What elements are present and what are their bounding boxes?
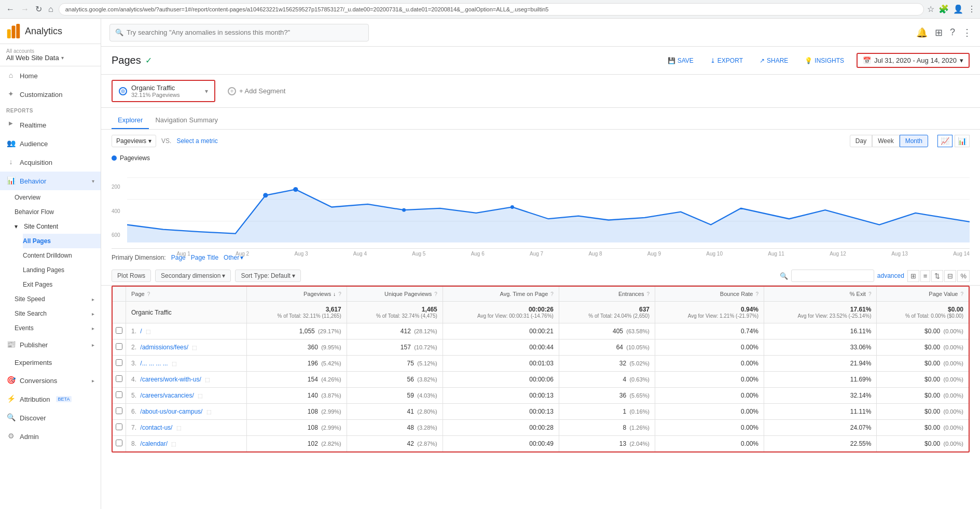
week-button[interactable]: Week: [872, 135, 899, 147]
th-page-value[interactable]: Page Value ?: [877, 287, 969, 302]
add-segment-button[interactable]: + + Add Segment: [222, 84, 292, 98]
bookmark-icon[interactable]: ☆: [927, 4, 934, 14]
entrances-info-icon[interactable]: ?: [646, 291, 650, 297]
help-icon[interactable]: ?: [950, 27, 955, 38]
row-checkbox[interactable]: [116, 359, 122, 366]
search-box[interactable]: 🔍: [109, 24, 369, 41]
sidebar-item-audience[interactable]: 👥 Audience: [0, 134, 101, 153]
page-link[interactable]: /calendar/: [140, 440, 168, 447]
apps-grid-icon[interactable]: ⊞: [935, 27, 943, 38]
account-icon[interactable]: 👤: [953, 4, 963, 14]
tab-explorer[interactable]: Explorer: [112, 112, 149, 129]
sidebar-item-realtime[interactable]: ▶ Realtime: [0, 116, 101, 134]
sort-type-button[interactable]: Sort Type: Default ▾: [235, 270, 301, 282]
sidebar-item-publisher[interactable]: 📰 Publisher ▸: [0, 335, 101, 354]
date-range-selector[interactable]: 📅 Jul 31, 2020 - Aug 14, 2020 ▾: [857, 53, 970, 68]
page-link[interactable]: /careers/vacancies/: [140, 392, 194, 399]
external-link-icon[interactable]: ⬚: [198, 393, 202, 399]
row-checkbox[interactable]: [116, 375, 122, 382]
external-link-icon[interactable]: ⬚: [171, 441, 176, 447]
sidebar-item-site-content[interactable]: ▾ Site Content: [15, 219, 101, 234]
sidebar-item-acquisition[interactable]: ↓ Acquisition: [0, 153, 101, 172]
extension-icon[interactable]: 🧩: [938, 4, 949, 14]
th-bounce-rate[interactable]: Bounce Rate ?: [655, 287, 764, 302]
row-checkbox[interactable]: [116, 327, 122, 334]
external-link-icon[interactable]: ⬚: [172, 361, 176, 366]
secondary-dimension-button[interactable]: Secondary dimension ▾: [155, 270, 231, 282]
forward-button[interactable]: →: [19, 3, 31, 15]
insights-button[interactable]: 💡 INSIGHTS: [800, 55, 848, 66]
row-checkbox[interactable]: [116, 440, 122, 446]
list-view-icon[interactable]: ≡: [920, 270, 931, 282]
sidebar-item-discover[interactable]: 🔍 Discover: [0, 408, 101, 427]
external-link-icon[interactable]: ⬚: [176, 425, 181, 431]
sidebar-item-all-pages[interactable]: All Pages: [23, 234, 101, 248]
table-search-input[interactable]: [791, 270, 874, 282]
line-chart-icon[interactable]: 📈: [937, 135, 953, 147]
sidebar-item-behavior[interactable]: 📊 Behavior ▾: [0, 172, 101, 190]
external-link-icon[interactable]: ⬚: [205, 377, 210, 383]
row-checkbox[interactable]: [116, 343, 122, 350]
save-button[interactable]: 💾 SAVE: [664, 55, 698, 66]
notification-icon[interactable]: 🔔: [916, 27, 928, 38]
page-link[interactable]: /contact-us/: [140, 424, 172, 431]
avg-time-info-icon[interactable]: ?: [550, 291, 554, 297]
unique-info-icon[interactable]: ?: [434, 291, 437, 297]
sidebar-item-overview[interactable]: Overview: [15, 190, 101, 205]
sidebar-item-content-drilldown[interactable]: Content Drilldown: [23, 248, 101, 263]
sidebar-item-customization[interactable]: ✦ Customization: [0, 85, 101, 104]
bar-chart-icon[interactable]: 📊: [955, 135, 970, 147]
tab-navigation-summary[interactable]: Navigation Summary: [149, 112, 224, 129]
sidebar-item-conversions[interactable]: 🎯 Conversions ▸: [0, 371, 101, 390]
external-link-icon[interactable]: ⬚: [192, 345, 197, 350]
plot-rows-button[interactable]: Plot Rows: [112, 270, 151, 282]
page-link[interactable]: /... ... ... ...: [140, 360, 168, 367]
sidebar-item-attribution[interactable]: ⚡ Attribution BETA: [0, 390, 101, 408]
th-pct-exit[interactable]: % Exit ?: [764, 287, 877, 302]
grid-view-icon[interactable]: ⊞: [907, 270, 919, 282]
sidebar-item-experiments[interactable]: Experiments: [0, 354, 101, 371]
value-info-icon[interactable]: ?: [960, 291, 963, 297]
page-link[interactable]: /: [140, 328, 142, 335]
account-selector[interactable]: All accounts All Web Site Data ▾: [0, 44, 101, 66]
row-checkbox[interactable]: [116, 407, 122, 414]
external-link-icon[interactable]: ⬚: [146, 329, 150, 334]
sort-view-icon[interactable]: ⇅: [931, 270, 943, 282]
menu-icon[interactable]: ⋮: [968, 4, 976, 14]
advanced-link[interactable]: advanced: [877, 272, 904, 279]
page-link[interactable]: /admissions/fees/: [140, 344, 188, 351]
metric-selector[interactable]: Pageviews ▾: [112, 135, 156, 147]
th-pageviews[interactable]: Pageviews ↓ ?: [247, 287, 347, 302]
th-unique-pageviews[interactable]: Unique Pageviews ?: [347, 287, 443, 302]
th-avg-time[interactable]: Avg. Time on Page ?: [443, 287, 559, 302]
home-button[interactable]: ⌂: [46, 3, 56, 15]
segment-dropdown-icon[interactable]: ▾: [205, 88, 208, 95]
sidebar-item-home[interactable]: ⌂ Home: [0, 66, 101, 85]
address-bar[interactable]: analytics.google.com/analytics/web/?auth…: [59, 3, 924, 16]
sidebar-item-site-search[interactable]: Site Search ▸: [15, 306, 101, 321]
search-input[interactable]: [127, 29, 363, 36]
page-info-icon[interactable]: ?: [147, 291, 150, 297]
select-metric-link[interactable]: Select a metric: [176, 137, 217, 145]
sidebar-item-events[interactable]: Events ▸: [15, 321, 101, 335]
export-button[interactable]: ⤓ EXPORT: [706, 55, 747, 66]
share-button[interactable]: ↗ SHARE: [755, 55, 792, 66]
page-link[interactable]: /about-us/our-campus/: [140, 408, 202, 415]
pivot-view-icon[interactable]: ⊟: [944, 270, 956, 282]
percent-view-icon[interactable]: %: [957, 270, 970, 282]
sidebar-item-admin[interactable]: ⚙ Admin: [0, 427, 101, 446]
back-button[interactable]: ←: [4, 3, 17, 15]
pageviews-info-icon[interactable]: ?: [338, 291, 341, 297]
day-button[interactable]: Day: [850, 135, 872, 147]
th-entrances[interactable]: Entrances ?: [559, 287, 655, 302]
reload-button[interactable]: ↻: [33, 3, 44, 15]
sidebar-item-exit-pages[interactable]: Exit Pages: [23, 277, 101, 292]
sidebar-item-behavior-flow[interactable]: Behavior Flow: [15, 205, 101, 219]
sidebar-item-site-speed[interactable]: Site Speed ▸: [15, 292, 101, 306]
account-dropdown-icon[interactable]: ▾: [61, 55, 64, 61]
segment-chip[interactable]: Organic Traffic 32.11% Pageviews ▾: [112, 80, 215, 102]
exit-info-icon[interactable]: ?: [868, 291, 872, 297]
month-button[interactable]: Month: [900, 135, 928, 147]
more-options-icon[interactable]: ⋮: [962, 27, 972, 38]
th-page[interactable]: Page ?: [126, 287, 247, 302]
